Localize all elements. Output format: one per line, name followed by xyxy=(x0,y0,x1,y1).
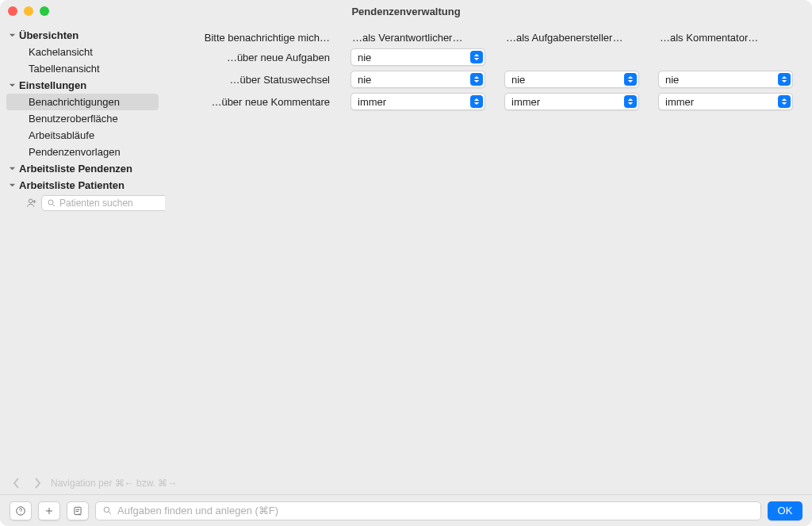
select-creator-new-comments[interactable]: immer xyxy=(504,93,639,110)
patient-search-field[interactable] xyxy=(59,198,165,209)
ok-button-label: OK xyxy=(778,505,793,516)
row-label-new-comments: …über neue Kommentare xyxy=(181,96,331,108)
svg-point-0 xyxy=(29,199,33,203)
sidebar: Übersichten Kachelansicht Tabellenansich… xyxy=(0,22,165,472)
grid-header-label: Bitte benachrichtige mich… xyxy=(181,32,331,44)
select-commenter-status-change[interactable]: nie xyxy=(658,71,793,88)
svg-point-1 xyxy=(48,200,53,205)
select-value: nie xyxy=(511,74,525,86)
sidebar-item-benachrichtigungen[interactable]: Benachrichtigungen xyxy=(6,94,159,110)
select-value: immer xyxy=(665,96,694,108)
select-value: nie xyxy=(358,52,371,63)
task-search-input[interactable] xyxy=(95,501,761,520)
select-creator-status-change[interactable]: nie xyxy=(504,71,639,88)
updown-icon xyxy=(778,73,791,86)
updown-icon xyxy=(624,73,637,86)
main-area: Übersichten Kachelansicht Tabellenansich… xyxy=(0,22,812,472)
nav-forward-button[interactable] xyxy=(30,476,44,490)
titlebar: Pendenzenverwaltung xyxy=(0,0,812,22)
updown-icon xyxy=(470,51,483,63)
note-button[interactable] xyxy=(67,501,89,520)
column-header-creator: …als Aufgabenersteller… xyxy=(504,32,639,44)
help-icon xyxy=(15,505,26,516)
sidebar-item-label: Pendenzenvorlagen xyxy=(29,146,121,158)
column-header-responsible: …als Verantwortlicher… xyxy=(350,32,485,44)
svg-rect-4 xyxy=(75,507,81,514)
sidebar-item-label: Benutzeroberfläche xyxy=(29,113,118,125)
minimize-window-button[interactable] xyxy=(24,6,33,16)
select-value: nie xyxy=(358,74,371,86)
zoom-window-button[interactable] xyxy=(40,6,49,16)
add-patient-icon[interactable] xyxy=(25,196,38,210)
chevron-down-icon xyxy=(8,182,16,190)
sidebar-item-arbeitsablaeufe[interactable]: Arbeitsabläufe xyxy=(6,127,159,144)
sidebar-group-arbeitsliste-patienten[interactable]: Arbeitsliste Patienten xyxy=(6,177,159,194)
navigation-hint-text: Navigation per ⌘← bzw. ⌘→ xyxy=(51,478,177,489)
search-icon xyxy=(47,198,56,208)
notification-settings-grid: Bitte benachrichtige mich… …als Verantwo… xyxy=(181,32,796,110)
window-controls xyxy=(8,6,49,16)
help-button[interactable] xyxy=(10,501,32,520)
nav-back-button[interactable] xyxy=(10,476,24,490)
task-search-field[interactable] xyxy=(117,505,754,516)
select-responsible-new-comments[interactable]: immer xyxy=(350,93,485,110)
chevron-down-icon xyxy=(8,165,16,173)
updown-icon xyxy=(470,73,483,86)
select-value: nie xyxy=(665,74,679,86)
select-commenter-new-comments[interactable]: immer xyxy=(658,93,793,110)
svg-point-3 xyxy=(21,513,21,513)
patient-search-input[interactable] xyxy=(41,195,165,211)
sidebar-item-kachelansicht[interactable]: Kachelansicht xyxy=(6,44,159,60)
sidebar-item-pendenzenvorlagen[interactable]: Pendenzenvorlagen xyxy=(6,144,159,160)
column-header-commenter: …als Kommentator… xyxy=(658,32,793,44)
empty-cell xyxy=(658,48,793,66)
sidebar-item-label: Tabellenansicht xyxy=(29,63,100,75)
updown-icon xyxy=(778,95,791,108)
empty-cell xyxy=(504,48,639,66)
search-icon xyxy=(102,505,113,516)
svg-point-5 xyxy=(104,507,109,513)
select-responsible-status-change[interactable]: nie xyxy=(350,71,485,88)
sidebar-group-label: Arbeitsliste Patienten xyxy=(19,179,124,191)
content-pane: Bitte benachrichtige mich… …als Verantwo… xyxy=(165,22,812,472)
sidebar-group-label: Übersichten xyxy=(19,29,79,41)
chevron-down-icon xyxy=(8,82,16,90)
sidebar-group-einstellungen[interactable]: Einstellungen xyxy=(6,77,159,94)
sidebar-group-label: Arbeitsliste Pendenzen xyxy=(19,163,132,175)
close-window-button[interactable] xyxy=(8,6,17,16)
sidebar-group-arbeitsliste-pendenzen[interactable]: Arbeitsliste Pendenzen xyxy=(6,160,159,177)
window-title: Pendenzenverwaltung xyxy=(0,6,812,17)
select-value: immer xyxy=(358,96,386,108)
sidebar-item-tabellenansicht[interactable]: Tabellenansicht xyxy=(6,60,159,77)
sidebar-patient-search-row xyxy=(6,194,159,213)
sidebar-item-label: Arbeitsabläufe xyxy=(29,129,94,141)
row-label-new-tasks: …über neue Aufgaben xyxy=(181,52,331,63)
sidebar-item-benutzeroberflaeche[interactable]: Benutzeroberfläche xyxy=(6,110,159,127)
sidebar-item-label: Kachelansicht xyxy=(29,46,93,58)
ok-button[interactable]: OK xyxy=(768,501,802,520)
updown-icon xyxy=(470,95,483,108)
add-button[interactable] xyxy=(38,501,60,520)
note-icon xyxy=(72,505,83,516)
sidebar-item-label: Benachrichtigungen xyxy=(29,96,120,108)
row-label-status-change: …über Statuswechsel xyxy=(181,74,331,86)
plus-icon xyxy=(44,505,55,516)
updown-icon xyxy=(624,95,637,108)
chevron-down-icon xyxy=(8,32,16,40)
navigation-hint-bar: Navigation per ⌘← bzw. ⌘→ xyxy=(0,472,812,494)
select-value: immer xyxy=(511,96,540,108)
sidebar-group-label: Einstellungen xyxy=(19,79,86,91)
select-responsible-new-tasks[interactable]: nie xyxy=(350,48,485,66)
bottom-toolbar: OK xyxy=(0,494,812,526)
sidebar-group-uebersichten[interactable]: Übersichten xyxy=(6,27,159,44)
